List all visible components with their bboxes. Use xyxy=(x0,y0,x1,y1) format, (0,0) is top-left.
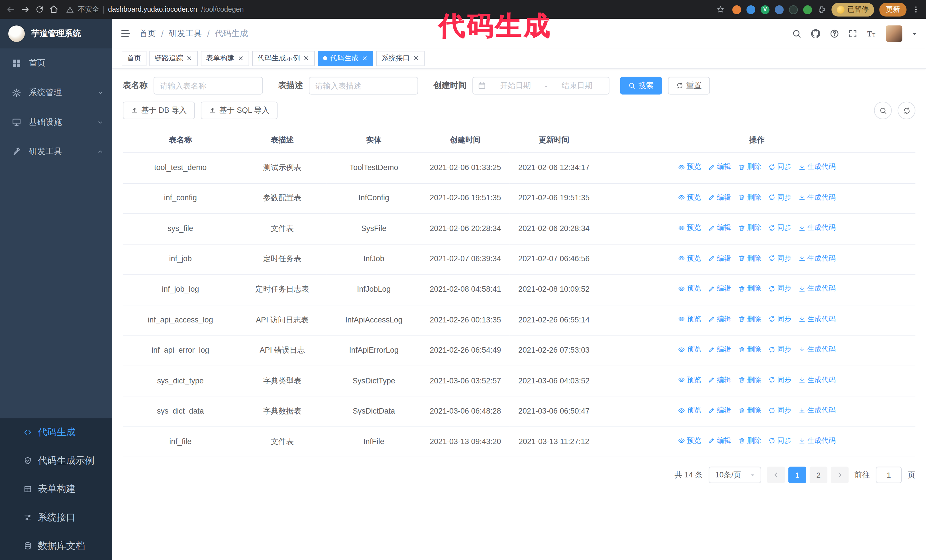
action-preview-link[interactable]: 预览 xyxy=(678,344,701,355)
sidebar-subitem[interactable]: 代码生成 xyxy=(0,418,112,447)
action-generate-link[interactable]: 生成代码 xyxy=(798,284,836,294)
action-preview-link[interactable]: 预览 xyxy=(678,223,701,233)
close-icon[interactable] xyxy=(186,55,193,62)
action-generate-link[interactable]: 生成代码 xyxy=(798,162,836,172)
kebab-menu-icon[interactable] xyxy=(912,5,920,14)
tab[interactable]: 首页 xyxy=(122,50,147,66)
action-edit-link[interactable]: 编辑 xyxy=(708,375,731,385)
action-sync-link[interactable]: 同步 xyxy=(769,314,791,325)
tab[interactable]: 系统接口 xyxy=(376,50,425,66)
table-desc-input[interactable] xyxy=(309,77,418,95)
sidebar-subitem[interactable]: 代码生成示例 xyxy=(0,447,112,475)
action-generate-link[interactable]: 生成代码 xyxy=(798,223,836,233)
bookmark-star-icon[interactable] xyxy=(716,5,725,14)
sidebar-subitem[interactable]: 系统接口 xyxy=(0,503,112,532)
import-sql-button[interactable]: 基于 SQL 导入 xyxy=(201,102,277,119)
action-generate-link[interactable]: 生成代码 xyxy=(798,436,836,446)
action-sync-link[interactable]: 同步 xyxy=(769,284,791,294)
address-bar[interactable]: 不安全 dashboard.yudao.iocoder.cn /tool/cod… xyxy=(64,5,727,15)
refresh-table-button[interactable] xyxy=(898,102,915,119)
page-size-select[interactable]: 10条/页 xyxy=(709,467,761,483)
prev-page-button[interactable] xyxy=(767,467,785,483)
close-icon[interactable] xyxy=(361,55,368,62)
table-name-input[interactable] xyxy=(154,77,263,95)
action-generate-link[interactable]: 生成代码 xyxy=(798,375,836,385)
caret-down-icon[interactable] xyxy=(911,30,918,37)
action-delete-link[interactable]: 删除 xyxy=(738,436,761,446)
action-preview-link[interactable]: 预览 xyxy=(678,405,701,415)
sidebar-item[interactable]: 研发工具 xyxy=(0,137,112,167)
next-page-button[interactable] xyxy=(831,467,849,483)
action-preview-link[interactable]: 预览 xyxy=(678,284,701,294)
github-icon[interactable] xyxy=(810,29,821,39)
action-generate-link[interactable]: 生成代码 xyxy=(798,405,836,415)
page-button[interactable]: 2 xyxy=(810,467,828,483)
close-icon[interactable] xyxy=(238,55,244,62)
action-sync-link[interactable]: 同步 xyxy=(769,375,791,385)
home-nav-icon[interactable] xyxy=(49,5,58,14)
update-button[interactable]: 更新 xyxy=(879,3,906,16)
action-edit-link[interactable]: 编辑 xyxy=(708,192,731,202)
help-icon[interactable] xyxy=(830,29,839,38)
tab[interactable]: 表单构建 xyxy=(201,50,249,66)
action-sync-link[interactable]: 同步 xyxy=(769,253,791,264)
extension-icon[interactable] xyxy=(732,5,741,14)
sidebar-subitem[interactable]: 数据库文档 xyxy=(0,531,112,560)
action-preview-link[interactable]: 预览 xyxy=(678,162,701,172)
hamburger-icon[interactable] xyxy=(112,19,139,48)
sidebar-item[interactable]: 首页 xyxy=(0,48,112,78)
action-sync-link[interactable]: 同步 xyxy=(769,162,791,172)
breadcrumb-item[interactable]: 研发工具 xyxy=(169,29,202,39)
action-preview-link[interactable]: 预览 xyxy=(678,192,701,202)
forward-icon[interactable] xyxy=(21,5,30,14)
page-button[interactable]: 1 xyxy=(788,467,806,483)
action-preview-link[interactable]: 预览 xyxy=(678,314,701,325)
action-delete-link[interactable]: 删除 xyxy=(738,223,761,233)
action-edit-link[interactable]: 编辑 xyxy=(708,405,731,415)
toggle-search-button[interactable] xyxy=(874,102,892,119)
goto-page-input[interactable] xyxy=(876,467,902,483)
breadcrumb-item[interactable]: 代码生成 xyxy=(215,29,248,39)
action-delete-link[interactable]: 删除 xyxy=(738,284,761,294)
import-db-button[interactable]: 基于 DB 导入 xyxy=(123,102,195,119)
extension-icon[interactable] xyxy=(803,5,812,14)
action-edit-link[interactable]: 编辑 xyxy=(708,162,731,172)
action-sync-link[interactable]: 同步 xyxy=(769,436,791,446)
close-icon[interactable] xyxy=(413,55,419,62)
extension-icon[interactable] xyxy=(746,5,755,14)
action-delete-link[interactable]: 删除 xyxy=(738,192,761,202)
search-button[interactable]: 搜索 xyxy=(620,77,662,95)
action-edit-link[interactable]: 编辑 xyxy=(708,284,731,294)
back-icon[interactable] xyxy=(6,5,15,14)
tab[interactable]: 链路追踪 xyxy=(149,50,198,66)
action-delete-link[interactable]: 删除 xyxy=(738,314,761,325)
action-delete-link[interactable]: 删除 xyxy=(738,405,761,415)
action-generate-link[interactable]: 生成代码 xyxy=(798,253,836,264)
breadcrumb-item[interactable]: 首页 xyxy=(139,29,156,39)
sidebar-logo[interactable]: 芋道管理系统 xyxy=(0,19,112,48)
action-preview-link[interactable]: 预览 xyxy=(678,375,701,385)
action-edit-link[interactable]: 编辑 xyxy=(708,436,731,446)
action-generate-link[interactable]: 生成代码 xyxy=(798,314,836,325)
sidebar-item[interactable]: 基础设施 xyxy=(0,107,112,137)
action-sync-link[interactable]: 同步 xyxy=(769,192,791,202)
action-preview-link[interactable]: 预览 xyxy=(678,253,701,264)
paused-badge[interactable]: 已暂停 xyxy=(831,3,874,16)
font-size-icon[interactable]: TT xyxy=(867,29,877,39)
search-icon[interactable] xyxy=(792,29,801,38)
action-edit-link[interactable]: 编辑 xyxy=(708,253,731,264)
reload-icon[interactable] xyxy=(35,5,44,14)
action-delete-link[interactable]: 删除 xyxy=(738,162,761,172)
action-sync-link[interactable]: 同步 xyxy=(769,223,791,233)
extension-icon[interactable] xyxy=(775,5,784,14)
extension-icon[interactable] xyxy=(789,5,798,14)
sidebar-item[interactable]: 系统管理 xyxy=(0,78,112,108)
sidebar-subitem[interactable]: 表单构建 xyxy=(0,475,112,503)
action-sync-link[interactable]: 同步 xyxy=(769,405,791,415)
user-avatar[interactable] xyxy=(886,25,902,42)
action-delete-link[interactable]: 删除 xyxy=(738,375,761,385)
reset-button[interactable]: 重置 xyxy=(668,77,710,95)
action-preview-link[interactable]: 预览 xyxy=(678,436,701,446)
action-edit-link[interactable]: 编辑 xyxy=(708,314,731,325)
action-edit-link[interactable]: 编辑 xyxy=(708,344,731,355)
